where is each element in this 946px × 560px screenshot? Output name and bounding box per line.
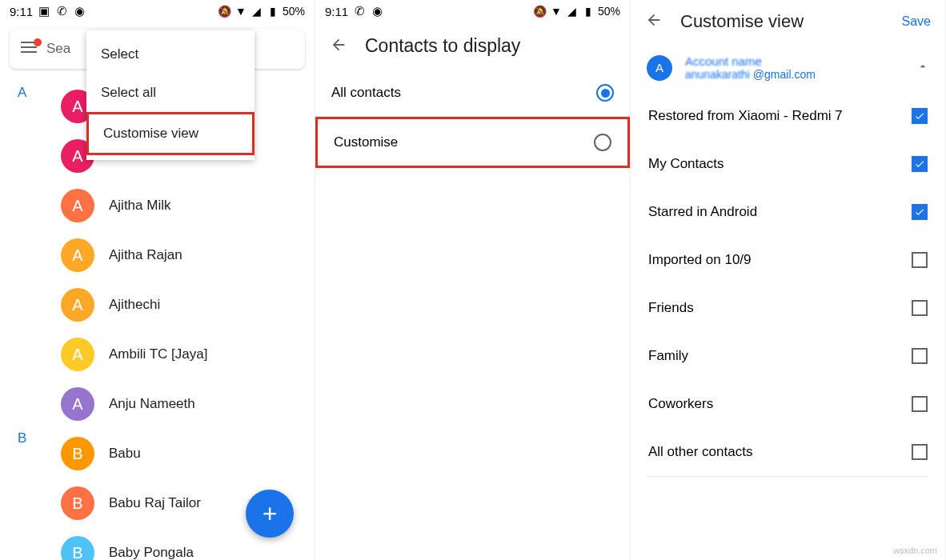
group-label: Family xyxy=(648,348,688,364)
group-label: Friends xyxy=(648,300,694,316)
dnd-icon: 🔕 xyxy=(218,5,231,18)
status-bar: 9:11 ▣ ✆ ◉ 🔕 ▼ ◢ ▮ 50% xyxy=(0,0,315,22)
wifi-icon: ▼ xyxy=(550,5,563,18)
page-title: Contacts to display xyxy=(365,35,520,57)
contact-row[interactable]: AAjitha Milk xyxy=(0,181,315,230)
group-label: All other contacts xyxy=(648,444,752,460)
contact-avatar: B xyxy=(61,536,94,560)
battery-icon: ▮ xyxy=(267,5,279,18)
signal-icon: ◢ xyxy=(251,5,263,18)
group-row[interactable]: Restored from Xiaomi - Redmi 7 xyxy=(631,92,945,140)
contacts-list-screen: 9:11 ▣ ✆ ◉ 🔕 ▼ ◢ ▮ 50% Sea A Select Sele… xyxy=(0,0,315,560)
option-label: Customise xyxy=(334,134,398,150)
group-label: Restored from Xiaomi - Redmi 7 xyxy=(648,108,843,124)
group-row[interactable]: Imported on 10/9 xyxy=(631,236,945,284)
account-email: anunakarathi @gmail.com xyxy=(685,68,904,81)
checkbox[interactable] xyxy=(912,300,928,316)
checkbox[interactable] xyxy=(912,204,928,220)
battery-icon: ▮ xyxy=(582,5,595,18)
contact-avatar: A xyxy=(61,387,94,421)
whatsapp-icon: ✆ xyxy=(55,5,68,18)
add-contact-fab[interactable]: + xyxy=(246,490,294,538)
contact-name: Ajitha Milk xyxy=(109,198,170,214)
status-bar: 9:11 ✆ ◉ 🔕 ▼ ◢ ▮ 50% xyxy=(315,0,630,22)
contacts-display-screen: 9:11 ✆ ◉ 🔕 ▼ ◢ ▮ 50% Contacts to display… xyxy=(315,0,631,560)
messenger-icon: ◉ xyxy=(371,5,383,18)
radio-button[interactable] xyxy=(594,134,611,151)
signal-icon: ◢ xyxy=(566,5,579,18)
contact-row[interactable]: BBabu xyxy=(0,429,315,478)
save-button[interactable]: Save xyxy=(902,14,931,29)
contact-row[interactable]: AAmbili TC [Jaya] xyxy=(0,330,315,379)
wifi-icon: ▼ xyxy=(234,5,247,18)
checkbox[interactable] xyxy=(912,156,928,172)
battery-percent: 50% xyxy=(283,5,305,18)
group-row[interactable]: All other contacts xyxy=(631,428,945,476)
menu-select[interactable]: Select xyxy=(86,35,255,74)
group-label: Imported on 10/9 xyxy=(648,252,752,268)
group-row[interactable]: Family xyxy=(631,332,945,380)
group-label: Coworkers xyxy=(648,396,713,412)
option-label: All contacts xyxy=(331,85,401,101)
back-icon[interactable] xyxy=(330,36,347,57)
header: Contacts to display xyxy=(315,22,630,70)
contact-avatar: B xyxy=(61,486,94,520)
contact-row[interactable]: AAjitha Rajan xyxy=(0,230,315,280)
group-row[interactable]: My Contacts xyxy=(631,140,945,188)
watermark: wsxdn.com xyxy=(893,546,937,555)
account-avatar: A xyxy=(647,55,672,81)
group-row[interactable]: Starred in Android xyxy=(631,188,945,236)
overflow-menu: Select Select all Customise view xyxy=(86,30,255,160)
account-info: Account name anunakarathi @gmail.com xyxy=(685,54,904,81)
group-row[interactable]: Coworkers xyxy=(631,380,945,428)
contact-avatar: B xyxy=(61,437,94,470)
contact-name: Anju Nameeth xyxy=(109,396,195,412)
page-title: Customise view xyxy=(680,11,804,32)
contact-name: Babu Raj Tailor xyxy=(109,495,201,511)
account-name: Account name xyxy=(685,54,904,68)
contact-avatar: A xyxy=(61,189,94,222)
header: Customise view Save xyxy=(631,0,945,43)
contact-avatar: A xyxy=(61,338,94,371)
status-time: 9:11 xyxy=(10,5,33,18)
display-option[interactable]: All contacts xyxy=(315,70,630,117)
contact-name: Babu xyxy=(109,446,141,462)
whatsapp-icon: ✆ xyxy=(353,5,366,18)
section-letter: B xyxy=(18,430,26,446)
dnd-icon: 🔕 xyxy=(534,5,547,18)
section-letter: A xyxy=(18,85,26,101)
customise-view-screen: Customise view Save A Account name anuna… xyxy=(631,0,946,560)
checkbox[interactable] xyxy=(912,108,928,124)
contact-avatar: A xyxy=(61,288,94,322)
contact-name: Ambili TC [Jaya] xyxy=(109,346,207,362)
contact-row[interactable]: AAnju Nameeth xyxy=(0,379,315,429)
group-label: My Contacts xyxy=(648,156,724,172)
checkbox[interactable] xyxy=(912,348,928,364)
checkbox[interactable] xyxy=(912,396,928,412)
search-placeholder: Sea xyxy=(46,41,70,57)
group-label: Starred in Android xyxy=(648,204,757,220)
battery-percent: 50% xyxy=(598,5,620,18)
menu-icon[interactable] xyxy=(21,42,37,56)
group-row[interactable]: Friends xyxy=(631,284,945,332)
contact-name: Ajitha Rajan xyxy=(109,247,182,263)
back-icon[interactable] xyxy=(645,11,663,32)
menu-select-all[interactable]: Select all xyxy=(86,74,255,112)
display-option[interactable]: Customise xyxy=(315,117,630,168)
contact-name: Ajithechi xyxy=(109,297,160,313)
contact-row[interactable]: AAjithechi xyxy=(0,280,315,330)
status-time: 9:11 xyxy=(325,5,348,18)
account-row[interactable]: A Account name anunakarathi @gmail.com xyxy=(631,43,945,92)
contact-name: Baby Pongala xyxy=(109,545,194,560)
menu-customise-view[interactable]: Customise view xyxy=(86,112,255,155)
messenger-icon: ◉ xyxy=(73,5,86,18)
image-icon: ▣ xyxy=(38,5,50,18)
checkbox[interactable] xyxy=(912,444,928,460)
contact-avatar: A xyxy=(61,238,94,272)
radio-button[interactable] xyxy=(596,84,614,102)
chevron-up-icon[interactable] xyxy=(916,60,929,76)
checkbox[interactable] xyxy=(912,252,928,268)
